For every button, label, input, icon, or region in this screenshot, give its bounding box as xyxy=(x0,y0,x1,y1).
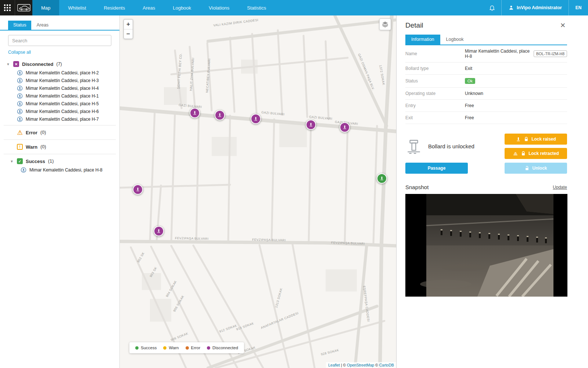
group-header-success[interactable]: ▾ ✓ Success (1) xyxy=(4,156,116,166)
bollard-item-label: Mimar Kemalettin Caddesi, place H-2 xyxy=(26,70,99,75)
map-marker-disconnected[interactable] xyxy=(133,184,143,195)
group-name: Error xyxy=(26,130,37,135)
nav-tab-violations[interactable]: Violations xyxy=(200,0,238,15)
nav-tab-residents[interactable]: Residents xyxy=(95,0,134,15)
sidebar-bollard-item[interactable]: Mimar Kemalettin Caddesi, place H-4 xyxy=(0,84,119,92)
language-selector[interactable]: EN xyxy=(569,0,588,15)
leaflet-link[interactable]: Leaflet xyxy=(328,363,340,367)
collapse-all-link[interactable]: Collapse all xyxy=(8,50,31,55)
legend-label: Disconnected xyxy=(212,346,238,350)
sidebar-bollard-item[interactable]: Mimar Kemalettin Caddesi, place H-2 xyxy=(0,69,119,77)
bollard-item-label: Mimar Kemalettin Caddesi, place H-5 xyxy=(26,101,99,106)
close-icon[interactable]: ✕ xyxy=(559,21,567,29)
street-label: FEVZIPAŞA BULVARI xyxy=(175,236,209,241)
sidebar-bollard-item[interactable]: Mimar Kemalettin Caddesi, place H-3 xyxy=(0,77,119,84)
passage-button[interactable]: Passage xyxy=(405,163,468,174)
map-marker-disconnected[interactable] xyxy=(251,114,261,124)
bollard-state-text: Bollard is unlocked xyxy=(428,143,474,149)
unlock-label: Unlock xyxy=(532,166,547,171)
group-count: (1) xyxy=(48,159,54,164)
success-status-icon: ✓ xyxy=(17,158,23,164)
group-success: ▾ ✓ Success (1) Mimar Kemalettin Caddesi… xyxy=(4,154,116,176)
tab-information[interactable]: Information xyxy=(405,35,440,45)
group-warn: ▾ ! Warn (0) xyxy=(4,139,116,154)
unlock-button[interactable]: Unlock xyxy=(505,163,567,174)
bollard-state: Bollard is unlocked xyxy=(405,134,500,159)
sidebar-bollard-item[interactable]: Mimar Kemalettin Caddesi, place H-8 xyxy=(4,166,116,174)
group-name: Warn xyxy=(26,144,37,150)
sidebar-tab-status[interactable]: Status xyxy=(8,21,31,30)
field-label: Exit xyxy=(405,115,465,120)
bollard-icon xyxy=(379,176,384,181)
nav-tab-map[interactable]: Map xyxy=(32,0,59,15)
zoom-control: + − xyxy=(123,19,133,39)
snapshot-image xyxy=(405,194,567,297)
field-row-status: Status Ok xyxy=(405,75,567,88)
user-icon xyxy=(508,5,514,11)
sidebar-bollard-item[interactable]: Mimar Kemalettin Caddesi, place H-5 xyxy=(0,100,119,107)
sidebar-tab-areas[interactable]: Areas xyxy=(31,21,54,30)
map-marker-disconnected[interactable] xyxy=(340,122,350,132)
sidebar-bollard-item[interactable]: Mimar Kemalettin Caddesi, place H-6 xyxy=(0,107,119,115)
status-badge: Ok xyxy=(465,78,475,84)
field-label: Operating state xyxy=(405,91,465,96)
bollard-icon xyxy=(253,116,258,121)
bollard-item-label: Mimar Kemalettin Caddesi, place H-3 xyxy=(26,78,99,83)
lock-retracted-button[interactable]: Lock retracted xyxy=(505,148,567,159)
bollard-retracted-icon xyxy=(513,151,518,156)
field-label: Entry xyxy=(405,103,465,108)
map-canvas[interactable]: VALI KAZIM DIRIK CADDESIGAZI BULVARIGAZI… xyxy=(120,15,396,368)
bollard-item-label: Mimar Kemalettin Caddesi, place H-8 xyxy=(29,167,103,173)
zoom-in-button[interactable]: + xyxy=(124,20,133,29)
nav-tab-logbook[interactable]: Logbook xyxy=(164,0,200,15)
group-header-error[interactable]: ▾ ⚠ Error (0) xyxy=(4,128,116,137)
map-marker-disconnected[interactable] xyxy=(154,226,164,236)
app-grid-button[interactable] xyxy=(0,0,15,15)
notifications-button[interactable] xyxy=(483,0,501,15)
legend-item-success: Success xyxy=(135,346,157,350)
legend-label: Error xyxy=(191,346,201,350)
nav-tab-statistics[interactable]: Statistics xyxy=(238,0,275,15)
chevron-down-icon[interactable]: ▾ xyxy=(10,159,14,164)
chevron-down-icon[interactable]: ▾ xyxy=(6,62,10,67)
bollard-icon xyxy=(17,116,23,122)
map-legend: Success Warn Error Disconnected xyxy=(129,342,244,353)
map-attribution: Leaflet | © OpenStreetMap © CartoDB xyxy=(326,362,396,368)
map-marker-disconnected[interactable] xyxy=(306,120,316,130)
layers-control[interactable] xyxy=(379,18,391,30)
group-count: (0) xyxy=(40,130,46,135)
snapshot-update-link[interactable]: Update xyxy=(553,185,567,190)
bollard-icon xyxy=(217,113,222,118)
field-row-entry: Entry Free xyxy=(405,100,567,112)
field-row-exit: Exit Free xyxy=(405,112,567,124)
group-header-disconnected[interactable]: ▾ ✕ Disconnected (7) xyxy=(0,59,119,69)
sidebar-bollard-item[interactable]: Mimar Kemalettin Caddesi, place H-7 xyxy=(0,115,119,123)
nav-tab-areas[interactable]: Areas xyxy=(134,0,164,15)
car-logo-icon xyxy=(17,4,31,12)
lock-raised-button[interactable]: Lock raised xyxy=(505,134,567,145)
lock-retracted-label: Lock retracted xyxy=(528,151,559,156)
detail-panel: Detail ✕ Information Logbook Name Mimar … xyxy=(396,15,588,368)
osm-link[interactable]: OpenStreetMap xyxy=(347,363,374,367)
legend-dot-warn xyxy=(163,346,166,350)
search-input[interactable] xyxy=(8,35,111,46)
layers-icon xyxy=(381,21,389,28)
user-menu[interactable]: InVipo Administrator xyxy=(502,0,569,15)
nav-tab-whitelist[interactable]: Whitelist xyxy=(59,0,95,15)
sidebar-bollard-item[interactable]: Mimar Kemalettin Caddesi, place H-1 xyxy=(0,92,119,100)
field-label: Status xyxy=(405,78,465,84)
map-marker-success[interactable] xyxy=(377,173,387,184)
zoom-out-button[interactable]: − xyxy=(124,29,133,39)
passage-label: Passage xyxy=(428,166,446,171)
tab-logbook[interactable]: Logbook xyxy=(440,35,470,45)
sidebar-search xyxy=(0,31,119,46)
map-marker-disconnected[interactable] xyxy=(215,110,225,120)
map-marker-disconnected[interactable] xyxy=(190,108,200,118)
carto-link[interactable]: CartoDB xyxy=(379,363,394,367)
bollard-icon xyxy=(17,109,23,114)
legend-item-error: Error xyxy=(186,346,201,350)
group-header-warn[interactable]: ▾ ! Warn (0) xyxy=(4,142,116,152)
grid-icon xyxy=(4,4,11,11)
field-label: Bollard type xyxy=(405,66,465,71)
app-logo[interactable] xyxy=(15,0,32,15)
